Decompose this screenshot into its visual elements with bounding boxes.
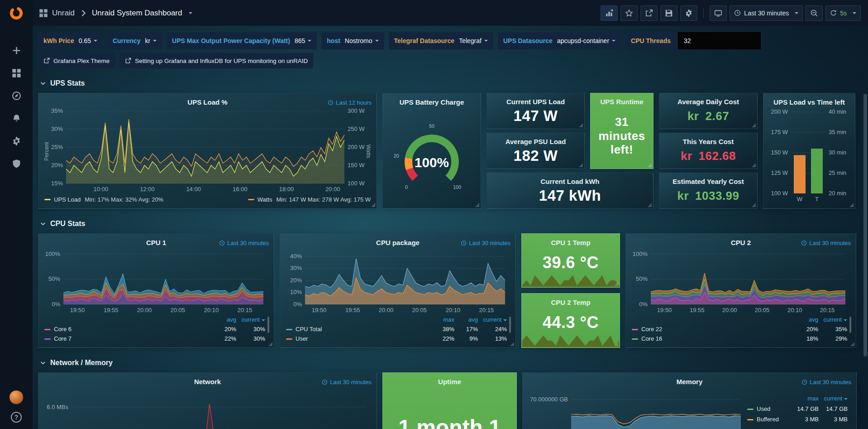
section-cpu-stats[interactable]: CPU Stats	[40, 218, 858, 230]
variable-value[interactable]: 865	[295, 37, 305, 44]
stat-value: 147 W	[491, 107, 580, 125]
legend-item[interactable]: Watts Min: 147 W Max: 278 W Avg: 175 W	[248, 196, 371, 203]
series-name[interactable]: UPS Load	[54, 196, 81, 203]
variable-ups-max-output[interactable]: UPS Max Output Power Capacity (Watt) 865	[167, 32, 317, 49]
legend-column[interactable]: avg	[210, 315, 236, 324]
panel-time-override[interactable]: Last 30 minutes	[461, 237, 510, 249]
series-area	[651, 273, 845, 296]
breadcrumb-folder[interactable]: Unraid	[52, 9, 75, 18]
section-ups-stats[interactable]: UPS Stats	[40, 77, 858, 89]
panel-title[interactable]: Current Load kWh	[541, 178, 600, 185]
panel-title[interactable]: Uptime	[438, 378, 461, 386]
share-button[interactable]	[640, 5, 658, 21]
grafana-flame-icon	[9, 5, 24, 21]
sidebar-item-dashboards[interactable]	[0, 62, 33, 84]
time-range-picker[interactable]: Last 30 minutes	[730, 5, 803, 21]
panel-title[interactable]: Memory	[677, 378, 703, 386]
caret-down-icon	[189, 12, 192, 16]
bell-icon	[12, 114, 21, 123]
panel-time-override[interactable]: Last 30 minutes	[322, 376, 372, 388]
panel-time-override[interactable]: Last 30 minutes	[801, 376, 851, 388]
legend-item[interactable]: UPS Load Min: 17% Max: 32% Avg: 20%	[44, 196, 163, 203]
clock-icon	[801, 379, 807, 385]
panel-title[interactable]: CPU package	[376, 239, 420, 246]
variable-currency[interactable]: Currency kr	[107, 32, 162, 49]
panel-title[interactable]: UPS Load vs Time left	[773, 98, 844, 106]
sidebar-item-alerting[interactable]	[0, 107, 33, 130]
series-name[interactable]: Buffered	[747, 415, 790, 424]
sidebar-item-create[interactable]	[0, 39, 33, 62]
legend-column[interactable]: current	[236, 315, 265, 324]
axis-tick-label: 19:50	[65, 307, 90, 314]
variable-host[interactable]: host Nostromo	[321, 32, 384, 49]
legend-column[interactable]: max	[431, 315, 454, 324]
panel-title[interactable]: CPU 2 Temp	[551, 299, 590, 306]
sidebar-item-explore[interactable]	[0, 84, 33, 107]
legend-column[interactable]: current	[819, 394, 848, 403]
legend-column[interactable]: avg	[454, 315, 478, 324]
panel-average-daily-cost: Average Daily Cost kr2.67	[659, 93, 758, 129]
series-name[interactable]: Core 22	[632, 325, 792, 334]
panel-title[interactable]: CPU 1 Temp	[551, 239, 590, 246]
series-name[interactable]: Used	[747, 405, 790, 414]
user-avatar[interactable]	[9, 390, 24, 405]
link-ups-monitoring-guide[interactable]: Setting up Grafana and InfluxDB for UPS …	[119, 53, 313, 68]
sidebar-item-server-admin[interactable]	[0, 152, 33, 175]
panel-title[interactable]: CPU 2	[731, 239, 751, 246]
zoom-out-button[interactable]	[806, 5, 823, 21]
series-color-swatch	[248, 199, 254, 200]
panel-time-override[interactable]: Last 12 hours	[328, 96, 372, 108]
panel-title[interactable]: CPU 1	[146, 239, 166, 246]
panel-title[interactable]: This Years Cost	[683, 138, 734, 145]
dashboard-settings-button[interactable]	[680, 5, 697, 21]
section-network-memory[interactable]: Network / Memory	[40, 357, 858, 369]
panel-title[interactable]: Average Daily Cost	[677, 98, 739, 106]
save-button[interactable]	[660, 5, 677, 21]
variable-value[interactable]: apcupsd-container	[557, 37, 609, 44]
variable-value[interactable]: kr	[145, 37, 150, 44]
variable-kwh-price[interactable]: kWh Price 0.65	[38, 32, 103, 49]
load-vs-time-chart: 100 W125 W150 W175 W200 W20 min25 min30 …	[768, 108, 851, 204]
cycle-view-button[interactable]	[710, 5, 727, 21]
sidebar-item-configuration[interactable]	[0, 130, 33, 152]
panel-title[interactable]: Current UPS Load	[506, 98, 565, 106]
legend-column[interactable]: current	[818, 315, 847, 324]
refresh-picker[interactable]: 5s	[825, 5, 861, 21]
stat-value: 44.3 °C	[526, 313, 615, 332]
panel-title[interactable]: UPS Runtime	[600, 98, 643, 106]
breadcrumb-title[interactable]: Unraid System Dashboard	[92, 9, 182, 18]
series-name[interactable]: User	[286, 334, 431, 343]
scrollbar-thumb[interactable]	[863, 94, 867, 357]
series-name[interactable]: CPU Total	[286, 325, 431, 334]
legend-scrollbar[interactable]	[267, 317, 269, 333]
legend-column[interactable]: avg	[792, 315, 818, 324]
panel-title[interactable]: UPS Battery Charge	[400, 98, 464, 106]
variable-value[interactable]: 0.65	[79, 37, 91, 44]
stat-value: kr1033.99	[663, 187, 753, 204]
legend-scrollbar[interactable]	[509, 317, 511, 333]
variable-telegraf-datasource[interactable]: Telegraf Datasource Telegraf	[389, 32, 493, 49]
panel-title[interactable]: Network	[194, 378, 221, 386]
link-grafana-plex-theme[interactable]: Grafana Plex Theme	[38, 53, 115, 68]
panel-title[interactable]: Estimated Yearly Cost	[672, 178, 744, 185]
star-button[interactable]	[620, 5, 638, 21]
cpu-threads-input[interactable]	[678, 32, 761, 49]
legend-column[interactable]: max	[790, 394, 819, 403]
series-name[interactable]: Core 7	[44, 334, 210, 343]
series-name[interactable]: Core 6	[44, 325, 210, 334]
panel-title[interactable]: UPS Load %	[187, 98, 227, 106]
series-name[interactable]: Watts	[258, 196, 272, 203]
variable-value[interactable]: Nostromo	[345, 37, 372, 44]
variable-ups-datasource[interactable]: UPS Datasource apcupsd-container	[498, 32, 621, 49]
add-panel-button[interactable]	[601, 5, 618, 21]
panel-title[interactable]: Average PSU Load	[506, 138, 566, 145]
axis-tick-label: 100 W	[771, 190, 788, 197]
panel-time-override[interactable]: Last 30 minutes	[801, 237, 851, 249]
legend-scrollbar[interactable]	[849, 317, 851, 333]
panel-time-override[interactable]: Last 30 minutes	[219, 237, 269, 249]
help-button[interactable]: ?	[11, 412, 22, 423]
variable-value[interactable]: Telegraf	[459, 37, 482, 44]
grafana-logo[interactable]	[0, 0, 33, 26]
legend-column[interactable]: current	[478, 315, 507, 324]
series-name[interactable]: Core 16	[632, 334, 792, 343]
